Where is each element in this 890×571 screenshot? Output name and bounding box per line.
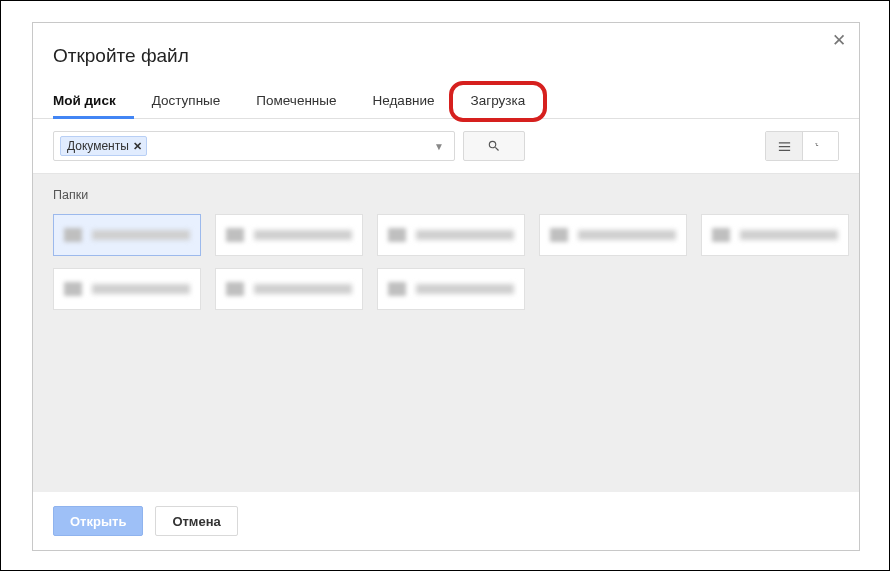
folder-icon: [226, 282, 244, 296]
file-picker-dialog: Откройте файл ✕ Мой диск Доступные Помеч…: [32, 22, 860, 551]
breadcrumb-dropdown-icon[interactable]: ▼: [430, 141, 448, 152]
folder-icon: [64, 228, 82, 242]
folder-icon: [712, 228, 730, 242]
folder-label: [92, 284, 190, 294]
folders-heading: Папки: [53, 188, 839, 202]
folder-grid: [53, 214, 839, 310]
folder-icon: [388, 282, 406, 296]
button-label: Отмена: [172, 514, 220, 529]
tab-my-drive[interactable]: Мой диск: [53, 85, 134, 118]
toolbar: Документы ✕ ▼: [33, 119, 859, 174]
cancel-button[interactable]: Отмена: [155, 506, 237, 536]
search-button[interactable]: [463, 131, 525, 161]
breadcrumb-chip[interactable]: Документы ✕: [60, 136, 147, 156]
folder-label: [254, 230, 352, 240]
tab-label: Загрузка: [471, 93, 526, 108]
open-button[interactable]: Открыть: [53, 506, 143, 536]
folder-label: [740, 230, 838, 240]
content-area: Папки: [33, 174, 859, 492]
tab-upload[interactable]: Загрузка: [453, 85, 544, 118]
folder-icon: [388, 228, 406, 242]
folder-item[interactable]: [53, 214, 201, 256]
chip-remove-icon[interactable]: ✕: [133, 140, 142, 153]
close-icon: ✕: [832, 31, 846, 50]
folder-item[interactable]: [215, 268, 363, 310]
folder-item[interactable]: [377, 214, 525, 256]
folder-label: [416, 284, 514, 294]
folder-icon: [64, 282, 82, 296]
chip-label: Документы: [67, 139, 129, 153]
tab-label: Мой диск: [53, 93, 116, 108]
tab-recent[interactable]: Недавние: [355, 85, 453, 118]
tab-label: Недавние: [373, 93, 435, 108]
dialog-header: Откройте файл ✕: [33, 23, 859, 85]
list-icon: [777, 139, 792, 154]
folder-item[interactable]: [377, 268, 525, 310]
folder-label: [578, 230, 676, 240]
view-toggle-group: [765, 131, 839, 161]
list-view-button[interactable]: [766, 132, 802, 160]
tabs-bar: Мой диск Доступные Помеченные Недавние З…: [33, 85, 859, 119]
dialog-title: Откройте файл: [53, 45, 839, 67]
tab-label: Помеченные: [256, 93, 336, 108]
breadcrumb-input[interactable]: Документы ✕ ▼: [53, 131, 455, 161]
folder-item[interactable]: [539, 214, 687, 256]
folder-item[interactable]: [701, 214, 849, 256]
sort-az-icon: [813, 139, 828, 154]
sort-button[interactable]: [802, 132, 838, 160]
search-icon: [487, 139, 501, 153]
folder-item[interactable]: [53, 268, 201, 310]
folder-label: [416, 230, 514, 240]
dialog-footer: Открыть Отмена: [33, 492, 859, 550]
folder-item[interactable]: [215, 214, 363, 256]
button-label: Открыть: [70, 514, 126, 529]
folder-label: [92, 230, 190, 240]
close-button[interactable]: ✕: [829, 31, 849, 51]
tab-label: Доступные: [152, 93, 221, 108]
folder-icon: [550, 228, 568, 242]
tab-shared[interactable]: Доступные: [134, 85, 239, 118]
tab-starred[interactable]: Помеченные: [238, 85, 354, 118]
folder-label: [254, 284, 352, 294]
folder-icon: [226, 228, 244, 242]
